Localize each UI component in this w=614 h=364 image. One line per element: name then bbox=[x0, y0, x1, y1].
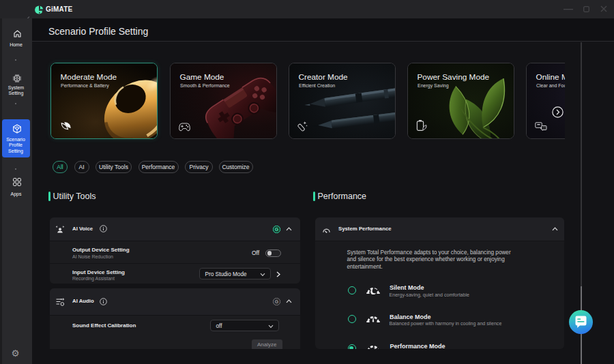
svg-text:G: G bbox=[275, 299, 279, 304]
svg-text:G: G bbox=[275, 227, 279, 232]
